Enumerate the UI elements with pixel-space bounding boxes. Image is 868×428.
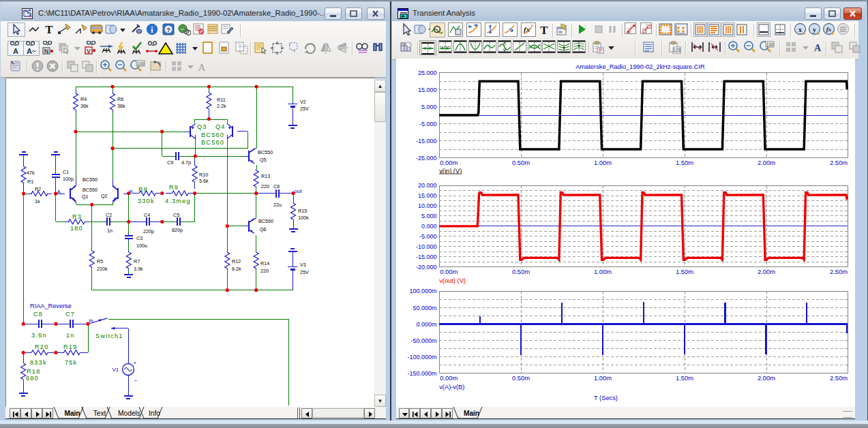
svg-text:C4: C4 <box>144 212 150 218</box>
svg-text:-25.000: -25.000 <box>416 155 437 162</box>
svg-text:4.7p: 4.7p <box>181 159 191 166</box>
svg-text:-150.000m: -150.000m <box>407 370 436 377</box>
svg-text:R8: R8 <box>138 186 148 193</box>
svg-text:R11: R11 <box>217 97 226 103</box>
svg-text:1.00m: 1.00m <box>594 159 612 166</box>
svg-text:in: in <box>89 318 93 324</box>
svg-text:75k: 75k <box>65 359 77 366</box>
svg-text:C6: C6 <box>273 183 280 189</box>
svg-text:Q2: Q2 <box>101 193 108 199</box>
svg-text:0.00m: 0.00m <box>440 159 458 166</box>
svg-text:C3: C3 <box>136 235 143 241</box>
svg-text:Q5: Q5 <box>260 157 267 163</box>
svg-text:Q6: Q6 <box>260 226 267 232</box>
svg-text:T: T <box>540 24 548 37</box>
svg-text:R1: R1 <box>27 179 33 185</box>
svg-text:0.00m: 0.00m <box>440 268 458 275</box>
svg-text:25.000: 25.000 <box>418 70 437 76</box>
svg-text:4.3meg: 4.3meg <box>165 198 191 204</box>
svg-text:220k: 220k <box>97 266 108 272</box>
svg-text:3.9k: 3.9k <box>134 266 143 272</box>
svg-text:R19: R19 <box>63 343 77 350</box>
svg-text:820p: 820p <box>172 227 183 233</box>
svg-text:A: A <box>198 62 206 73</box>
svg-text:R14: R14 <box>260 260 269 266</box>
svg-text:BC550: BC550 <box>258 218 273 224</box>
svg-text:R10: R10 <box>199 172 208 178</box>
svg-text:-15.000: -15.000 <box>416 254 437 260</box>
svg-text:R5: R5 <box>97 258 103 264</box>
svg-text:10.000: 10.000 <box>418 202 437 209</box>
svg-text:A: A <box>57 189 61 195</box>
svg-text:C7: C7 <box>65 311 75 318</box>
svg-text:Q3: Q3 <box>197 123 207 130</box>
svg-text:T (Secs): T (Secs) <box>594 395 618 401</box>
svg-text:25V: 25V <box>300 269 309 275</box>
svg-text:v(out) (V): v(out) (V) <box>439 277 466 284</box>
svg-text:BC550: BC550 <box>83 187 98 193</box>
svg-text:3.6n: 3.6n <box>31 332 47 339</box>
svg-text:-50.000m: -50.000m <box>410 337 436 344</box>
svg-text:-100.000m: -100.000m <box>407 354 436 361</box>
svg-text:833k: 833k <box>30 359 47 366</box>
svg-text:2.2k: 2.2k <box>217 103 226 109</box>
svg-text:180: 180 <box>70 225 83 232</box>
svg-text:50.000m: 50.000m <box>413 305 436 311</box>
svg-text:5.000: 5.000 <box>421 213 437 219</box>
svg-text:36k: 36k <box>117 103 125 109</box>
svg-text:100k: 100k <box>298 215 309 221</box>
svg-text:2.50m: 2.50m <box>830 374 848 382</box>
svg-text:Switch1: Switch1 <box>95 333 123 339</box>
svg-text:6.2k: 6.2k <box>232 266 241 272</box>
svg-text:1.00m: 1.00m <box>594 268 612 275</box>
svg-text:C8: C8 <box>33 311 43 318</box>
svg-text:220p: 220p <box>143 228 154 234</box>
svg-text:-20.000: -20.000 <box>416 264 437 271</box>
svg-text:2.00m: 2.00m <box>758 374 775 382</box>
svg-text:V: V <box>87 48 91 55</box>
svg-text:v(in) (V): v(in) (V) <box>439 168 462 174</box>
svg-text:R12: R12 <box>232 258 241 264</box>
svg-text:A: A <box>814 43 822 53</box>
svg-text:680: 680 <box>26 375 39 382</box>
svg-text:y: y <box>813 26 816 33</box>
svg-text:5.6k: 5.6k <box>199 178 209 184</box>
svg-text:BC550: BC550 <box>258 149 273 155</box>
svg-text:0.50m: 0.50m <box>512 374 530 382</box>
svg-text:15.000: 15.000 <box>418 87 437 93</box>
svg-text:-5.000: -5.000 <box>419 121 437 127</box>
svg-text:?: ? <box>166 27 170 33</box>
svg-text:R9: R9 <box>169 184 179 191</box>
svg-text:25V: 25V <box>300 106 309 112</box>
svg-text:R15: R15 <box>298 208 307 214</box>
svg-text:V1: V1 <box>113 367 119 373</box>
svg-text:out: out <box>295 188 303 194</box>
svg-text:100.000m: 100.000m <box>409 288 436 294</box>
svg-text:1.00m: 1.00m <box>594 374 612 382</box>
svg-text:220: 220 <box>260 268 269 274</box>
svg-text:1.50m: 1.50m <box>676 159 693 166</box>
svg-text:R13: R13 <box>261 173 270 179</box>
svg-text:B: B <box>130 189 133 195</box>
svg-text:fx: fx <box>826 26 832 33</box>
svg-text:C2: C2 <box>106 212 112 218</box>
svg-text:Q4: Q4 <box>215 123 226 130</box>
svg-text:47k: 47k <box>27 170 35 176</box>
svg-text:0.000m: 0.000m <box>416 321 436 328</box>
svg-text:0.00m: 0.00m <box>440 374 458 382</box>
svg-text:Text: Text <box>93 410 106 417</box>
svg-text:BC560: BC560 <box>201 139 224 146</box>
svg-text:0.000: 0.000 <box>421 223 437 230</box>
svg-text:A: A <box>13 47 18 55</box>
svg-text:Info: Info <box>149 410 160 417</box>
svg-text:R20: R20 <box>35 343 48 350</box>
svg-text:Amaterske_Radio_1990-02_2kHz-s: Amaterske_Radio_1990-02_2kHz-square.CIR <box>575 63 705 70</box>
svg-text:C5: C5 <box>173 212 179 218</box>
svg-text:x: x <box>798 26 802 33</box>
svg-text:Main: Main <box>464 410 479 417</box>
svg-text:5.000: 5.000 <box>421 104 437 110</box>
svg-text:R6: R6 <box>117 96 123 102</box>
svg-text:R18: R18 <box>27 368 40 375</box>
svg-text:T: T <box>45 23 53 36</box>
svg-text:RIAA_Reverse: RIAA_Reverse <box>30 303 72 309</box>
